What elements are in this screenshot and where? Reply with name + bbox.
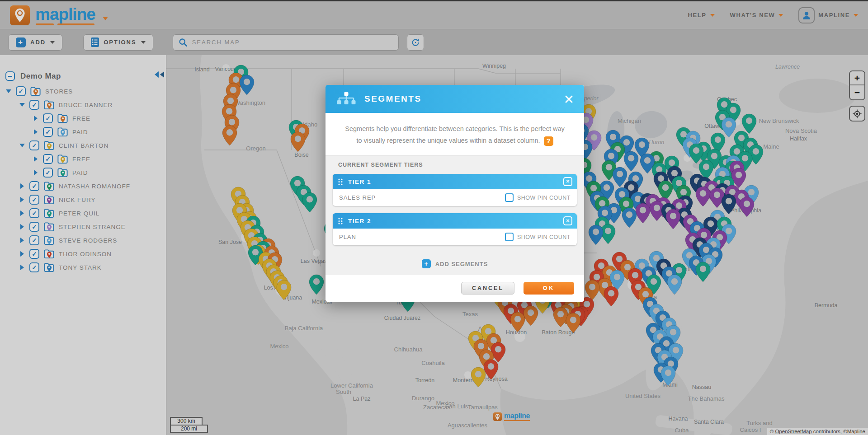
segments-sitemap-icon xyxy=(336,92,356,106)
modal-title: SEGMENTS xyxy=(364,94,422,104)
tier-body: SALES REPSHOW PIN COUNT xyxy=(333,189,577,206)
tier-list: TIER 1✕SALES REPSHOW PIN COUNTTIER 2✕PLA… xyxy=(326,174,584,245)
modal-footer: CANCEL OK xyxy=(326,275,584,302)
modal-close-button[interactable] xyxy=(565,95,573,103)
drag-handle-icon[interactable] xyxy=(338,218,343,225)
tier-remove-button[interactable]: ✕ xyxy=(563,216,572,225)
tier-card: TIER 1✕SALES REPSHOW PIN COUNT xyxy=(333,174,577,206)
plus-icon: + xyxy=(422,259,431,268)
help-button[interactable]: ? xyxy=(544,136,553,146)
modal-description: Segments help you differentiate between … xyxy=(345,125,565,144)
tier-remove-button[interactable]: ✕ xyxy=(563,177,572,186)
ok-button[interactable]: OK xyxy=(524,282,574,295)
segment-column-label: PLAN xyxy=(339,234,356,240)
modal-header: SEGMENTS xyxy=(326,85,584,113)
tier-name: TIER 2 xyxy=(348,218,371,225)
close-icon xyxy=(565,95,573,103)
tier-card: TIER 2✕PLANSHOW PIN COUNT xyxy=(333,213,577,245)
tier-body: PLANSHOW PIN COUNT xyxy=(333,229,577,245)
tier-header: TIER 1✕ xyxy=(333,174,577,189)
drag-handle-icon[interactable] xyxy=(338,178,343,185)
tier-name: TIER 1 xyxy=(348,178,371,185)
modal-description-row: Segments help you differentiate between … xyxy=(326,113,584,155)
add-segments-button[interactable]: + ADD SEGMENTS xyxy=(326,253,584,275)
segments-modal: SEGMENTS Segments help you differentiate… xyxy=(326,85,584,302)
show-pin-count-checkbox[interactable] xyxy=(505,193,514,202)
cancel-button[interactable]: CANCEL xyxy=(461,282,514,295)
section-title: CURRENT SEGMENT TIERS xyxy=(326,156,584,173)
tier-header: TIER 2✕ xyxy=(333,213,577,229)
mapline-app: mapline HELP WHAT'S NEW MAPLINE xyxy=(0,0,868,435)
show-pin-count-checkbox[interactable] xyxy=(505,233,514,241)
show-pin-count-label: SHOW PIN COUNT xyxy=(517,234,571,240)
tiers-section: CURRENT SEGMENT TIERS TIER 1✕SALES REPSH… xyxy=(326,155,584,275)
segment-column-label: SALES REP xyxy=(339,194,376,201)
show-pin-count-label: SHOW PIN COUNT xyxy=(517,195,571,201)
